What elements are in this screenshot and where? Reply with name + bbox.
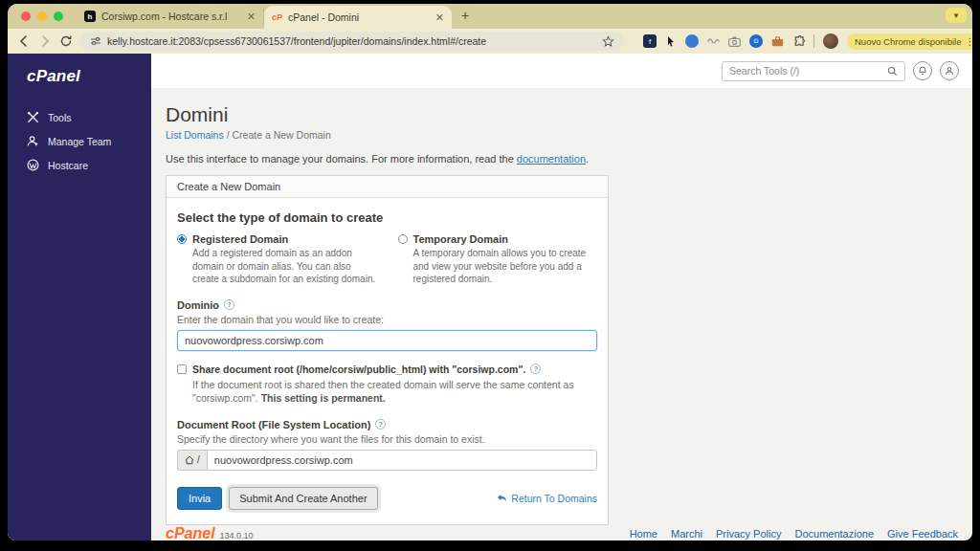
- sidebar-item-hostcare[interactable]: Hostcare: [8, 153, 151, 177]
- briefcase-extension-icon[interactable]: [771, 36, 784, 47]
- url-bar[interactable]: kelly.hostcare.it:2083/cpsess6730061537/…: [80, 32, 624, 51]
- footer-link-marchi[interactable]: Marchi: [671, 528, 702, 540]
- f-extension-icon[interactable]: f: [643, 34, 657, 48]
- breadcrumb-list-domains[interactable]: List Domains: [166, 129, 224, 141]
- extensions-puzzle-icon[interactable]: [792, 35, 805, 48]
- hostcare-favicon: h: [84, 11, 96, 22]
- radio-description: Add a registered domain as an addon doma…: [192, 247, 377, 286]
- blue-extension-icon[interactable]: [685, 34, 699, 48]
- cpanel-footer-logo: cPanel: [166, 525, 215, 540]
- chrome-update-button[interactable]: Nuovo Chrome disponibile ⋮: [847, 33, 972, 50]
- help-icon[interactable]: ?: [530, 364, 541, 374]
- version-label: 134.0.10: [220, 531, 254, 540]
- maximize-window-button[interactable]: [54, 11, 63, 21]
- reload-icon[interactable]: [59, 34, 73, 48]
- cpanel-app: cPanel Tools Manage Team Hostcare: [8, 54, 972, 540]
- panel-body: Select the type of domain to create Regi…: [167, 198, 608, 524]
- cpanel-favicon: cP: [272, 12, 282, 22]
- docroot-label-text: Document Root (File System Location): [177, 419, 370, 430]
- wordpress-icon: [27, 159, 39, 171]
- share-docroot-label: Share document root (/home/corsiw/public…: [192, 364, 541, 375]
- share-docroot-row[interactable]: Share document root (/home/corsiw/public…: [177, 364, 597, 375]
- documentation-link[interactable]: documentation: [517, 153, 586, 165]
- registered-domain-radio[interactable]: [177, 234, 187, 244]
- footer-link-give-feedback[interactable]: Give Feedback: [887, 528, 958, 540]
- site-settings-icon[interactable]: [90, 35, 101, 47]
- search-placeholder: Search Tools (/): [729, 65, 887, 77]
- docroot-prefix: /: [177, 450, 207, 471]
- help-icon[interactable]: ?: [224, 299, 234, 310]
- notifications-button[interactable]: [913, 61, 932, 80]
- user-icon: [945, 66, 954, 76]
- tab-search-button[interactable]: ▾: [946, 8, 967, 23]
- radio-label: Registered Domain: [192, 233, 288, 245]
- browser-window: h Corsiwp.com - Hostcare s.r.l ✕ cP cPan…: [8, 4, 972, 540]
- tab-strip: h Corsiwp.com - Hostcare s.r.l ✕ cP cPan…: [8, 4, 972, 29]
- footer-logo: cPanel 134.0.10: [166, 525, 254, 540]
- share-docroot-desc-bold: This setting is permanent.: [261, 392, 386, 404]
- footer-link-privacy-policy[interactable]: Privacy Policy: [716, 528, 781, 540]
- window-controls[interactable]: [21, 11, 63, 21]
- share-docroot-description: If the document root is shared then the …: [192, 378, 597, 406]
- intro-text-end: .: [586, 153, 589, 165]
- domain-type-section-title: Select the type of domain to create: [177, 210, 597, 225]
- manage-team-icon: [27, 135, 39, 147]
- extension-icons: f ⊙ Nuovo Chrome disponibile ⋮: [643, 33, 972, 50]
- menu-dots-icon[interactable]: ⋮: [965, 36, 972, 47]
- create-domain-panel: Create a New Domain Select the type of d…: [166, 175, 609, 525]
- footer-link-documentazione[interactable]: Documentazione: [794, 528, 874, 540]
- camera-extension-icon[interactable]: [728, 36, 741, 47]
- docroot-slash: /: [197, 454, 200, 465]
- tab-cpanel-active[interactable]: cP cPanel - Domini ✕: [264, 6, 452, 29]
- submit-button[interactable]: Invia: [177, 487, 222, 510]
- url-text[interactable]: kelly.hostcare.it:2083/cpsess6730061537/…: [107, 35, 596, 47]
- main-area: Search Tools (/) Domini List Domains / C…: [151, 54, 972, 540]
- search-icon: [887, 66, 898, 77]
- minimize-window-button[interactable]: [37, 11, 47, 21]
- app-header: Search Tools (/): [151, 54, 972, 88]
- close-window-button[interactable]: [21, 11, 31, 21]
- return-arrow-icon: [497, 494, 507, 503]
- onepassword-extension-icon[interactable]: ⊙: [749, 34, 763, 48]
- profile-avatar[interactable]: [823, 33, 838, 49]
- intro-text: Use this interface to manage your domain…: [166, 153, 972, 165]
- help-icon[interactable]: ?: [375, 419, 386, 430]
- cursor-extension-icon[interactable]: [665, 35, 677, 47]
- home-icon: [185, 455, 194, 465]
- return-to-domains-link[interactable]: Return To Domains: [497, 493, 597, 504]
- search-tools-input[interactable]: Search Tools (/): [722, 61, 905, 81]
- return-link-label: Return To Domains: [511, 493, 597, 504]
- bell-icon: [918, 66, 927, 76]
- tab-title: Corsiwp.com - Hostcare s.r.l: [101, 11, 241, 22]
- footer-links: Home Marchi Privacy Policy Documentazion…: [630, 528, 958, 540]
- registered-domain-option[interactable]: Registered Domain Add a registered domai…: [177, 233, 377, 286]
- sidebar-item-tools[interactable]: Tools: [8, 105, 151, 129]
- close-tab-icon[interactable]: ✕: [247, 11, 256, 23]
- radio-description: A temporary domain allows you to create …: [413, 247, 598, 286]
- temporary-domain-option[interactable]: Temporary Domain A temporary domain allo…: [398, 233, 598, 286]
- domain-type-radios: Registered Domain Add a registered domai…: [177, 233, 597, 286]
- radio-label: Temporary Domain: [413, 233, 508, 245]
- bookmark-star-icon[interactable]: [602, 35, 614, 48]
- account-button[interactable]: [940, 61, 959, 80]
- new-tab-button[interactable]: +: [461, 8, 469, 23]
- panel-header: Create a New Domain: [167, 176, 608, 198]
- wave-extension-icon[interactable]: [707, 36, 720, 46]
- docroot-input[interactable]: [207, 450, 597, 471]
- share-docroot-checkbox[interactable]: [177, 364, 187, 374]
- sidebar-item-manage-team[interactable]: Manage Team: [8, 129, 151, 153]
- tab-corsiwp[interactable]: h Corsiwp.com - Hostcare s.r.l ✕: [77, 9, 264, 24]
- page-content: Domini List Domains / Create a New Domai…: [151, 88, 972, 525]
- footer-link-home[interactable]: Home: [630, 528, 657, 540]
- sidebar-item-label: Tools: [48, 112, 72, 123]
- temporary-domain-radio[interactable]: [398, 234, 408, 244]
- domain-input[interactable]: [177, 330, 597, 351]
- back-icon[interactable]: [17, 34, 31, 48]
- toolbar-separator: [813, 34, 814, 48]
- forward-icon[interactable]: [38, 34, 52, 48]
- form-actions: Invia Submit And Create Another Return T…: [177, 487, 597, 510]
- close-tab-icon[interactable]: ✕: [435, 11, 444, 24]
- domain-label-text: Dominio: [177, 299, 219, 311]
- sidebar-item-label: Manage Team: [48, 136, 111, 147]
- submit-and-create-another-button[interactable]: Submit And Create Another: [229, 487, 377, 510]
